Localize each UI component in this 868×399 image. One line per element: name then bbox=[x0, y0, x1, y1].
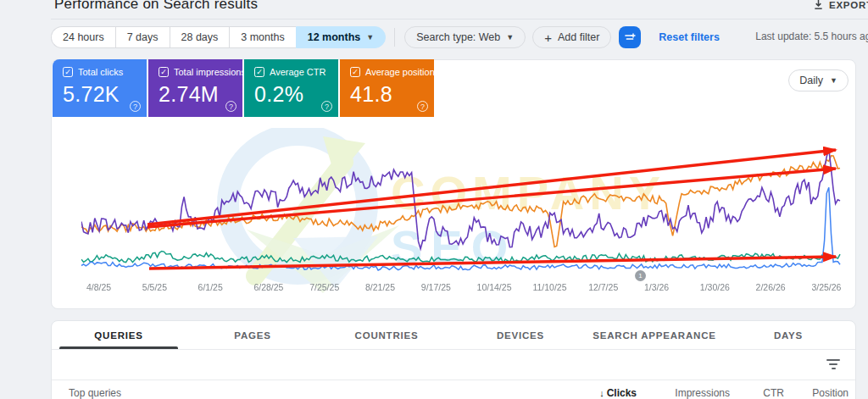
chevron-down-icon: ▼ bbox=[506, 34, 514, 42]
metric-label: Total impressions bbox=[174, 67, 246, 77]
filter-separator bbox=[394, 28, 395, 47]
x-axis-tick-label: 6/1/25 bbox=[198, 282, 223, 292]
x-axis-tick-label: 12/7/25 bbox=[588, 282, 618, 292]
checkbox-checked-icon[interactable]: ✓ bbox=[254, 67, 264, 77]
page-title: Performance on Search results bbox=[54, 0, 258, 13]
x-axis-tick-label: 11/10/25 bbox=[532, 282, 566, 292]
tune-filter-icon bbox=[624, 31, 636, 43]
chevron-down-icon: ▼ bbox=[830, 77, 837, 85]
tab-countries[interactable]: COUNTRIES bbox=[320, 321, 453, 349]
x-axis-tick-label: 4/8/25 bbox=[86, 282, 111, 292]
date-range-28-days[interactable]: 28 days bbox=[170, 26, 230, 48]
table-tabs: QUERIES PAGES COUNTRIES DEVICES SEARCH A… bbox=[52, 321, 855, 350]
clicks-header-label: Clicks bbox=[607, 387, 637, 399]
filter-bar: 24 hours 7 days 28 days 3 months 12 mont… bbox=[51, 26, 868, 48]
table-toolbar bbox=[52, 350, 855, 380]
column-header-position[interactable]: Position bbox=[812, 387, 849, 399]
x-axis-tick-label: 8/21/25 bbox=[365, 282, 395, 292]
help-icon[interactable]: ? bbox=[225, 101, 236, 112]
last-update-text: Last update: 5.5 hours ago bbox=[755, 30, 868, 42]
date-range-segmented-control: 24 hours 7 days 28 days 3 months 12 mont… bbox=[51, 26, 386, 48]
column-header-impressions[interactable]: Impressions bbox=[675, 387, 730, 399]
add-filter-button[interactable]: + Add filter bbox=[532, 26, 611, 48]
table-header-row: Top queries ↓Clicks Impressions CTR Posi… bbox=[52, 380, 855, 399]
tab-label: QUERIES bbox=[94, 330, 142, 341]
help-icon[interactable]: ? bbox=[130, 101, 141, 112]
x-axis-tick-label: 2/26/26 bbox=[756, 282, 786, 292]
x-axis-tick-label: 5/5/25 bbox=[142, 282, 167, 292]
table-filter-icon[interactable] bbox=[826, 359, 840, 371]
tab-queries[interactable]: QUERIES bbox=[52, 321, 186, 349]
chevron-down-icon: ▼ bbox=[366, 34, 374, 42]
metric-label: Average position bbox=[365, 67, 435, 77]
add-filter-label: Add filter bbox=[558, 31, 599, 43]
metric-cards: ✓ Total clicks 5.72K ? ✓ Total impressio… bbox=[53, 59, 434, 117]
sort-desc-icon: ↓ bbox=[599, 388, 604, 398]
metric-card-average-position[interactable]: ✓ Average position 41.8 ? bbox=[340, 59, 434, 117]
checkbox-checked-icon[interactable]: ✓ bbox=[159, 67, 169, 77]
timeline-annotation-badge[interactable]: 1 bbox=[635, 270, 646, 281]
tab-pages[interactable]: PAGES bbox=[186, 321, 320, 349]
performance-chart-card: ✓ Total clicks 5.72K ? ✓ Total impressio… bbox=[51, 59, 856, 309]
search-type-dropdown[interactable]: Search type: Web ▼ bbox=[404, 26, 526, 48]
granularity-dropdown[interactable]: Daily ▼ bbox=[788, 69, 849, 91]
column-header-ctr[interactable]: CTR bbox=[763, 387, 784, 399]
performance-line-chart: COMPANY SEO 4/8/255/5/256/1/256/28/257/2… bbox=[81, 128, 844, 302]
tab-devices[interactable]: DEVICES bbox=[453, 321, 587, 349]
date-range-24-hours[interactable]: 24 hours bbox=[51, 26, 115, 48]
filter-settings-button[interactable] bbox=[619, 26, 641, 48]
tab-days[interactable]: DAYS bbox=[721, 321, 855, 349]
date-range-3-months[interactable]: 3 months bbox=[229, 26, 295, 48]
column-header-top-queries[interactable]: Top queries bbox=[69, 387, 121, 399]
watermark-text-line2: SEO bbox=[391, 220, 516, 274]
help-icon[interactable]: ? bbox=[321, 101, 332, 112]
date-range-7-days[interactable]: 7 days bbox=[115, 26, 170, 48]
metric-card-average-ctr[interactable]: ✓ Average CTR 0.2% ? bbox=[244, 59, 338, 117]
search-type-label: Search type: Web bbox=[416, 31, 500, 43]
export-button[interactable]: EXPORT bbox=[813, 0, 868, 10]
tab-search-appearance[interactable]: SEARCH APPEARANCE bbox=[587, 321, 721, 349]
x-axis-tick-label: 7/25/25 bbox=[309, 282, 339, 292]
metric-label: Average CTR bbox=[270, 67, 326, 77]
results-table-card: QUERIES PAGES COUNTRIES DEVICES SEARCH A… bbox=[51, 320, 856, 399]
x-axis-tick-label: 10/14/25 bbox=[477, 282, 512, 292]
x-axis-tick-label: 3/25/26 bbox=[811, 282, 841, 292]
x-axis-labels: 4/8/255/5/256/1/256/28/257/25/258/21/259… bbox=[86, 282, 842, 292]
export-label: EXPORT bbox=[829, 0, 868, 10]
x-axis-tick-label: 6/28/25 bbox=[253, 282, 283, 292]
metric-label: Total clicks bbox=[78, 67, 123, 77]
header-divider bbox=[51, 19, 868, 19]
chart-plot-area[interactable]: COMPANY SEO 4/8/255/5/256/1/256/28/257/2… bbox=[81, 128, 844, 302]
checkbox-checked-icon[interactable]: ✓ bbox=[63, 67, 73, 77]
x-axis-tick-label: 1/3/26 bbox=[644, 282, 669, 292]
metric-card-total-impressions[interactable]: ✓ Total impressions 2.74M ? bbox=[148, 59, 242, 117]
download-icon bbox=[813, 0, 824, 10]
column-header-clicks-sorted[interactable]: ↓Clicks bbox=[599, 387, 637, 399]
date-range-12-months-selected[interactable]: 12 months ▼ bbox=[296, 26, 386, 48]
date-range-selected-label: 12 months bbox=[308, 31, 361, 43]
search-console-performance-page: Performance on Search results EXPORT 24 … bbox=[0, 0, 868, 399]
x-axis-tick-label: 1/30/26 bbox=[700, 282, 730, 292]
active-tab-underline bbox=[59, 346, 178, 349]
help-icon[interactable]: ? bbox=[417, 101, 428, 112]
granularity-label: Daily bbox=[799, 75, 823, 86]
checkbox-checked-icon[interactable]: ✓ bbox=[350, 67, 360, 77]
x-axis-tick-label: 9/17/25 bbox=[421, 282, 451, 292]
reset-filters-link[interactable]: Reset filters bbox=[659, 31, 720, 43]
plus-icon: + bbox=[544, 30, 552, 45]
metric-card-total-clicks[interactable]: ✓ Total clicks 5.72K ? bbox=[53, 59, 147, 117]
